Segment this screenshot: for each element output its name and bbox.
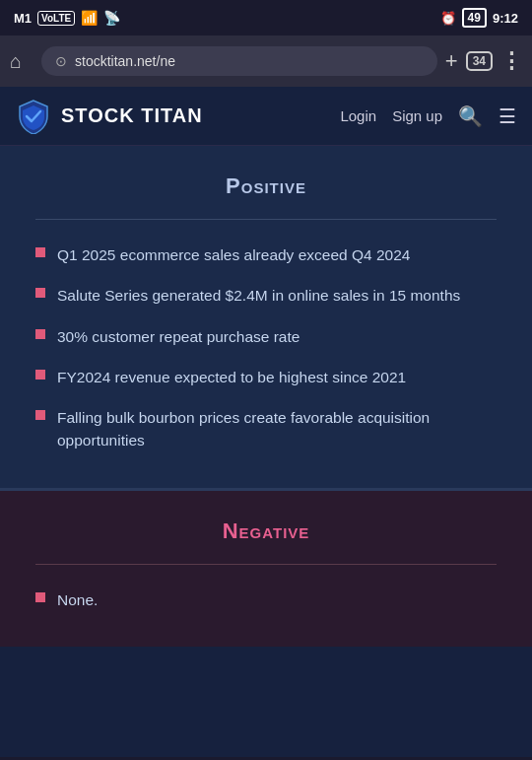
logo-text: STOCK TITAN [61,104,203,127]
add-tab-button[interactable]: + [445,48,458,74]
logo-icon [16,99,51,134]
list-item-text: Falling bulk bourbon prices create favor… [57,406,497,452]
search-icon[interactable]: 🔍 [458,104,483,128]
list-item: Q1 2025 ecommerce sales already exceed Q… [35,243,497,266]
battery-level: 49 [462,8,487,28]
url-bar[interactable]: ⊙ stocktitan.net/ne [41,46,437,76]
status-left: M1 VoLTE 📶 📡 [14,10,120,26]
signal-icon: 📶 [81,10,98,26]
signup-link[interactable]: Sign up [392,107,442,124]
logo-area: STOCK TITAN [16,99,340,134]
positive-divider [35,219,497,220]
list-item-text: FY2024 revenue expected to be highest si… [57,366,406,388]
carrier-label: M1 [14,11,32,26]
menu-icon[interactable]: ☰ [499,104,516,128]
positive-title: Positive [35,173,497,199]
volte-badge: VoLTE [37,11,75,26]
negative-title: Negative [35,518,497,544]
bullet-icon [35,592,45,602]
negative-section: Negative None. [0,491,532,647]
bullet-icon [35,288,45,298]
list-item-text: Q1 2025 ecommerce sales already exceed Q… [57,243,410,266]
time-display: 9:12 [493,11,518,26]
alarm-icon: ⏰ [440,11,456,26]
wifi-icon: 📡 [103,10,120,26]
tab-count[interactable]: 34 [466,51,493,71]
list-item-text: None. [57,588,98,611]
negative-divider [35,564,497,565]
nav-links: Login Sign up 🔍 ☰ [340,104,516,128]
negative-list: None. [35,588,497,611]
bullet-icon [35,329,45,339]
login-link[interactable]: Login [340,107,376,124]
nav-bar: STOCK TITAN Login Sign up 🔍 ☰ [0,87,532,146]
browser-chrome: ⌂ ⊙ stocktitan.net/ne + 34 ⋮ [0,35,532,87]
list-item: 30% customer repeat purchase rate [35,325,497,348]
site-secure-icon: ⊙ [55,53,67,69]
list-item-text: Salute Series generated $2.4M in online … [57,284,460,307]
bullet-icon [35,370,45,380]
list-item: Salute Series generated $2.4M in online … [35,284,497,307]
list-item-text: 30% customer repeat purchase rate [57,325,299,348]
bullet-icon [35,247,45,257]
home-icon[interactable]: ⌂ [10,50,33,73]
positive-section: Positive Q1 2025 ecommerce sales already… [0,146,532,491]
browser-menu-icon[interactable]: ⋮ [500,48,522,74]
positive-list: Q1 2025 ecommerce sales already exceed Q… [35,243,497,452]
main-content: Positive Q1 2025 ecommerce sales already… [0,146,532,757]
url-text: stocktitan.net/ne [75,53,175,69]
status-bar: M1 VoLTE 📶 📡 ⏰ 49 9:12 [0,0,532,35]
list-item: None. [35,588,497,611]
status-right: ⏰ 49 9:12 [440,8,518,28]
list-item: FY2024 revenue expected to be highest si… [35,366,497,388]
bullet-icon [35,410,45,420]
list-item: Falling bulk bourbon prices create favor… [35,406,497,452]
